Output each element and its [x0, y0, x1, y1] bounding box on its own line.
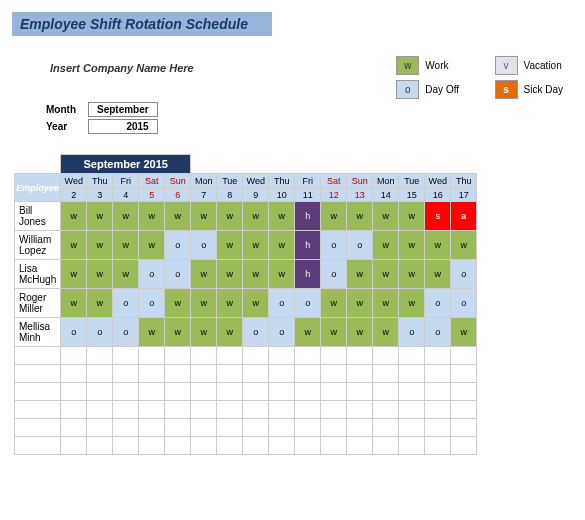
shift-cell[interactable]: h: [295, 260, 321, 289]
shift-cell[interactable]: w: [399, 202, 425, 231]
shift-cell[interactable]: w: [139, 231, 165, 260]
empty-row: [15, 419, 477, 437]
day-number: 17: [451, 189, 477, 202]
legend-off-cell: o: [397, 81, 419, 99]
day-number: 9: [243, 189, 269, 202]
shift-cell[interactable]: w: [165, 318, 191, 347]
shift-cell[interactable]: w: [87, 231, 113, 260]
shift-cell[interactable]: w: [373, 231, 399, 260]
shift-cell[interactable]: o: [165, 231, 191, 260]
shift-cell[interactable]: w: [191, 202, 217, 231]
employee-row: Mellisa Minhooowwwwoowwwwoow: [15, 318, 477, 347]
shift-cell[interactable]: o: [425, 289, 451, 318]
shift-cell[interactable]: o: [295, 289, 321, 318]
shift-cell[interactable]: w: [269, 260, 295, 289]
shift-cell[interactable]: w: [243, 231, 269, 260]
shift-cell[interactable]: w: [61, 231, 87, 260]
day-number: 15: [399, 189, 425, 202]
shift-cell[interactable]: w: [217, 231, 243, 260]
shift-cell[interactable]: o: [347, 231, 373, 260]
legend-sick-label: Sick Day: [517, 81, 569, 99]
shift-cell[interactable]: w: [347, 260, 373, 289]
shift-cell[interactable]: w: [139, 202, 165, 231]
shift-cell[interactable]: w: [269, 202, 295, 231]
shift-cell[interactable]: w: [113, 202, 139, 231]
shift-cell[interactable]: w: [373, 202, 399, 231]
shift-cell[interactable]: o: [321, 231, 347, 260]
shift-cell[interactable]: w: [451, 231, 477, 260]
shift-cell[interactable]: w: [373, 318, 399, 347]
shift-cell[interactable]: w: [113, 231, 139, 260]
shift-cell[interactable]: w: [321, 202, 347, 231]
shift-cell[interactable]: w: [269, 231, 295, 260]
shift-cell[interactable]: w: [217, 260, 243, 289]
shift-cell[interactable]: h: [295, 202, 321, 231]
day-number: 14: [373, 189, 399, 202]
shift-cell[interactable]: w: [243, 289, 269, 318]
day-number: 13: [347, 189, 373, 202]
shift-cell[interactable]: w: [373, 260, 399, 289]
shift-cell[interactable]: o: [269, 318, 295, 347]
shift-cell[interactable]: w: [61, 260, 87, 289]
shift-cell[interactable]: w: [399, 260, 425, 289]
shift-cell[interactable]: w: [87, 260, 113, 289]
shift-cell[interactable]: w: [399, 231, 425, 260]
shift-cell[interactable]: w: [61, 202, 87, 231]
shift-cell[interactable]: o: [87, 318, 113, 347]
legend-work-cell: w: [397, 57, 419, 75]
shift-cell[interactable]: w: [165, 202, 191, 231]
employee-row: Bill Joneswwwwwwwwwhwwwwsa: [15, 202, 477, 231]
shift-cell[interactable]: o: [191, 231, 217, 260]
shift-cell[interactable]: w: [451, 318, 477, 347]
shift-cell[interactable]: s: [425, 202, 451, 231]
shift-cell[interactable]: o: [425, 318, 451, 347]
shift-cell[interactable]: w: [87, 289, 113, 318]
shift-cell[interactable]: o: [243, 318, 269, 347]
shift-cell[interactable]: w: [191, 289, 217, 318]
year-value[interactable]: 2015: [88, 119, 158, 134]
shift-cell[interactable]: w: [243, 260, 269, 289]
shift-cell[interactable]: w: [87, 202, 113, 231]
shift-cell[interactable]: h: [295, 231, 321, 260]
day-number: 7: [191, 189, 217, 202]
day-number: 8: [217, 189, 243, 202]
shift-cell[interactable]: w: [321, 318, 347, 347]
shift-cell[interactable]: w: [217, 318, 243, 347]
day-of-week: Wed: [61, 174, 87, 189]
day-of-week: Wed: [425, 174, 451, 189]
shift-cell[interactable]: w: [295, 318, 321, 347]
shift-cell[interactable]: w: [113, 260, 139, 289]
page-title: Employee Shift Rotation Schedule: [12, 12, 272, 36]
shift-cell[interactable]: w: [347, 318, 373, 347]
shift-cell[interactable]: o: [321, 260, 347, 289]
shift-cell[interactable]: o: [165, 260, 191, 289]
shift-cell[interactable]: w: [373, 289, 399, 318]
shift-cell[interactable]: w: [243, 202, 269, 231]
shift-cell[interactable]: o: [113, 289, 139, 318]
shift-cell[interactable]: w: [399, 289, 425, 318]
shift-cell[interactable]: o: [113, 318, 139, 347]
shift-cell[interactable]: w: [139, 318, 165, 347]
month-value[interactable]: September: [88, 102, 158, 117]
shift-cell[interactable]: w: [61, 289, 87, 318]
shift-cell[interactable]: w: [321, 289, 347, 318]
shift-cell[interactable]: w: [347, 289, 373, 318]
shift-cell[interactable]: w: [217, 202, 243, 231]
shift-cell[interactable]: w: [191, 318, 217, 347]
day-number: 2: [61, 189, 87, 202]
shift-cell[interactable]: o: [269, 289, 295, 318]
shift-cell[interactable]: w: [425, 260, 451, 289]
shift-cell[interactable]: o: [399, 318, 425, 347]
shift-cell[interactable]: o: [61, 318, 87, 347]
shift-cell[interactable]: w: [191, 260, 217, 289]
shift-cell[interactable]: o: [451, 289, 477, 318]
shift-cell[interactable]: w: [165, 289, 191, 318]
shift-cell[interactable]: a: [451, 202, 477, 231]
company-name-placeholder[interactable]: Insert Company Name Here: [50, 62, 194, 74]
shift-cell[interactable]: w: [425, 231, 451, 260]
shift-cell[interactable]: o: [139, 289, 165, 318]
shift-cell[interactable]: o: [139, 260, 165, 289]
shift-cell[interactable]: w: [347, 202, 373, 231]
shift-cell[interactable]: o: [451, 260, 477, 289]
shift-cell[interactable]: w: [217, 289, 243, 318]
